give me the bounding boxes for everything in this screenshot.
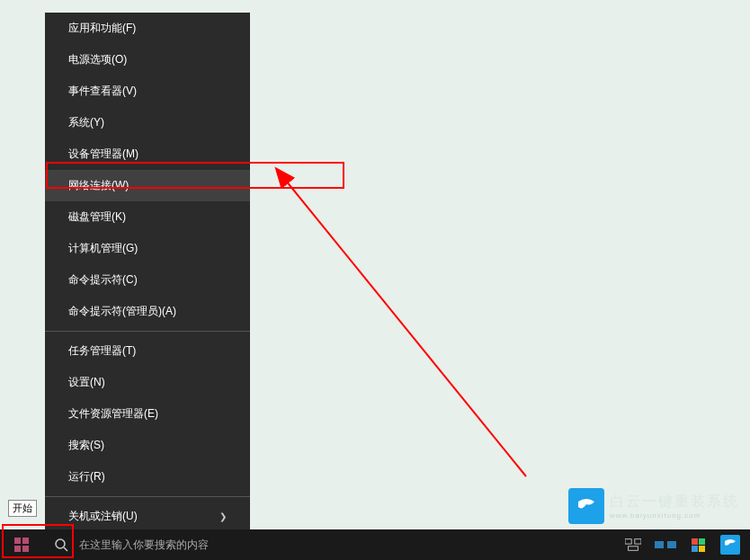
search-placeholder: 在这里输入你要搜索的内容 <box>79 538 209 553</box>
taskbar-app-2[interactable] <box>685 532 710 557</box>
menu-label: 任务管理器(T) <box>68 343 136 359</box>
menu-separator <box>45 331 250 332</box>
app-icon <box>655 538 676 552</box>
menu-apps-features[interactable]: 应用和功能(F) <box>45 13 250 44</box>
svg-rect-8 <box>629 547 638 551</box>
start-button[interactable] <box>0 529 43 560</box>
winx-context-menu: 应用和功能(F) 电源选项(O) 事件查看器(V) 系统(Y) 设备管理器(M)… <box>45 13 250 560</box>
svg-point-4 <box>56 539 65 548</box>
menu-device-manager[interactable]: 设备管理器(M) <box>45 138 250 170</box>
chevron-right-icon: ❯ <box>219 511 227 521</box>
menu-label: 计算机管理(G) <box>68 241 138 256</box>
svg-line-5 <box>64 547 67 551</box>
task-view-icon <box>625 538 641 551</box>
menu-cmd[interactable]: 命令提示符(C) <box>45 264 250 296</box>
menu-shutdown-signout[interactable]: 关机或注销(U) ❯ <box>45 501 250 532</box>
menu-network-connections[interactable]: 网络连接(W) <box>45 170 250 201</box>
menu-event-viewer[interactable]: 事件查看器(V) <box>45 76 250 107</box>
menu-power-options[interactable]: 电源选项(O) <box>45 44 250 76</box>
svg-rect-11 <box>720 535 740 555</box>
color-grid-icon <box>692 538 705 552</box>
taskbar-app-1[interactable] <box>653 532 678 557</box>
menu-label: 运行(R) <box>68 469 105 484</box>
menu-label: 磁盘管理(K) <box>68 209 126 225</box>
menu-cmd-admin[interactable]: 命令提示符(管理员)(A) <box>45 296 250 327</box>
menu-label: 搜索(S) <box>68 438 104 453</box>
menu-file-explorer[interactable]: 文件资源管理器(E) <box>45 398 250 430</box>
menu-settings[interactable]: 设置(N) <box>45 367 250 398</box>
task-view-button[interactable] <box>621 532 646 557</box>
menu-label: 命令提示符(C) <box>68 272 138 288</box>
menu-run[interactable]: 运行(R) <box>45 461 250 493</box>
menu-label: 网络连接(W) <box>68 178 129 193</box>
menu-label: 设备管理器(M) <box>68 147 138 162</box>
menu-disk-management[interactable]: 磁盘管理(K) <box>45 201 250 233</box>
taskbar-app-3[interactable] <box>718 532 743 557</box>
taskbar-search[interactable]: 在这里输入你要搜索的内容 <box>43 538 621 553</box>
watermark-title: 白云一键重装系统 <box>610 493 739 511</box>
app-icon <box>720 535 740 555</box>
menu-separator <box>45 496 250 497</box>
menu-label: 应用和功能(F) <box>68 21 136 36</box>
taskbar: 在这里输入你要搜索的内容 <box>0 529 750 560</box>
taskbar-right <box>621 532 750 557</box>
windows-logo-icon <box>14 538 29 552</box>
menu-label: 系统(Y) <box>68 115 104 130</box>
start-tooltip: 开始 <box>8 500 37 517</box>
menu-computer-management[interactable]: 计算机管理(G) <box>45 233 250 264</box>
svg-rect-6 <box>625 539 631 544</box>
svg-line-13 <box>286 181 526 476</box>
menu-label: 设置(N) <box>68 375 105 390</box>
menu-label: 关机或注销(U) <box>68 509 138 524</box>
search-icon <box>54 538 68 552</box>
menu-label: 事件查看器(V) <box>68 84 137 99</box>
watermark-logo-icon <box>568 488 604 524</box>
svg-rect-1 <box>22 538 29 544</box>
svg-rect-10 <box>667 541 676 548</box>
menu-label: 文件资源管理器(E) <box>68 406 158 422</box>
watermark: 白云一键重装系统 www.baiyunxitong.com <box>568 488 739 524</box>
svg-rect-7 <box>635 539 641 544</box>
watermark-subtitle: www.baiyunxitong.com <box>610 511 739 520</box>
svg-rect-3 <box>22 546 29 552</box>
menu-task-manager[interactable]: 任务管理器(T) <box>45 335 250 367</box>
svg-rect-2 <box>14 546 21 552</box>
svg-rect-0 <box>14 538 21 544</box>
menu-label: 命令提示符(管理员)(A) <box>68 304 176 319</box>
svg-rect-9 <box>655 541 664 548</box>
menu-search[interactable]: 搜索(S) <box>45 430 250 461</box>
menu-label: 电源选项(O) <box>68 52 127 67</box>
menu-system[interactable]: 系统(Y) <box>45 107 250 138</box>
